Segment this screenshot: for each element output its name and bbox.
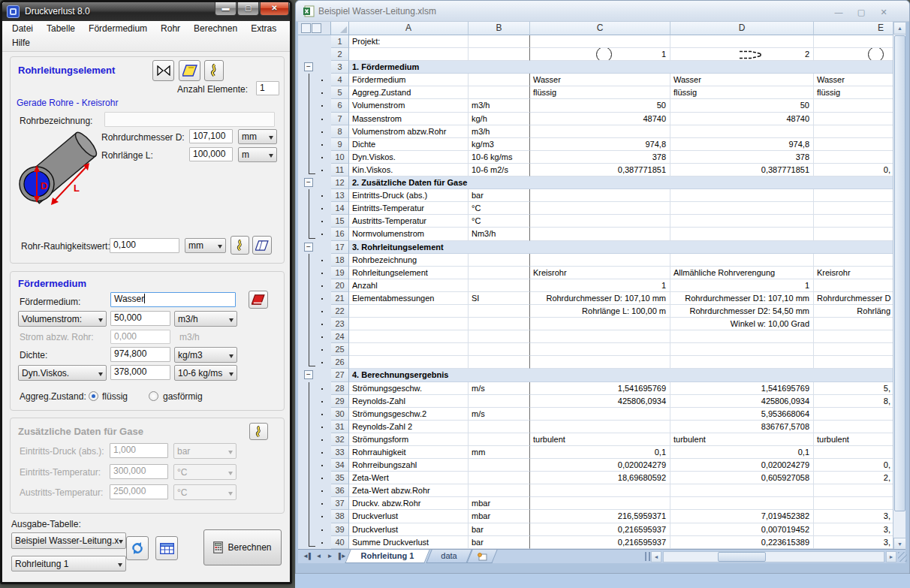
circle-shape[interactable] [596, 48, 612, 61]
row-header-27[interactable]: 27 [331, 369, 349, 381]
cell-C29[interactable]: 425806,0934 [530, 395, 670, 408]
viskos-combo[interactable]: Dyn.Viskos. [18, 365, 107, 381]
cell-A22[interactable] [349, 305, 469, 318]
menu-item-berechnen[interactable]: Berechnen [187, 21, 244, 35]
cell-C25[interactable] [530, 343, 670, 356]
prev-sheet-icon[interactable]: ◄ [314, 551, 324, 562]
cell-B15[interactable]: °C [469, 215, 530, 228]
resize-grip-icon[interactable] [898, 552, 907, 562]
cell-D2[interactable]: 2 [670, 48, 814, 61]
menu-item-tabelle[interactable]: Tabelle [40, 21, 82, 35]
cell-C7[interactable]: 48740 [530, 113, 670, 125]
cell-A34[interactable]: Rohrreibungszahl [349, 459, 469, 472]
horizontal-scrollbar[interactable] [663, 551, 884, 562]
ausgabe-tabelle-combo[interactable]: Beispiel Wasser-Leitung.x [11, 532, 126, 549]
cell-C4[interactable]: Wasser [530, 74, 670, 86]
row-header-36[interactable]: 36 [331, 484, 349, 497]
cell-C9[interactable]: 974,8 [530, 138, 670, 151]
radio-fluessig-label[interactable]: flüssig [102, 391, 128, 402]
cell-A24[interactable] [349, 330, 469, 343]
cell-A19[interactable]: Rohrleitungselement [349, 267, 469, 279]
rohrbezeichnung-input[interactable] [104, 112, 275, 127]
cell-C10[interactable]: 378 [530, 151, 670, 164]
cell-A40[interactable]: Summe Druckverlust [349, 536, 469, 549]
scroll-up-icon[interactable]: ▲ [893, 22, 906, 35]
cell-E1[interactable] [814, 35, 895, 48]
anzahl-elemente-input[interactable]: 1 [256, 81, 279, 95]
excel-close-button[interactable]: ✕ [874, 7, 893, 18]
section-row-title[interactable]: 1. Fördermedium [349, 61, 895, 74]
cell-C2[interactable]: 1 [530, 48, 670, 61]
row-header-25[interactable]: 25 [331, 343, 349, 356]
cell-B6[interactable]: m3/h [469, 99, 530, 112]
row-header-18[interactable]: 18 [331, 254, 349, 267]
cell-D6[interactable]: 50 [670, 99, 814, 112]
cell-D23[interactable]: Winkel w: 10,00 Grad [670, 318, 814, 330]
cell-B7[interactable]: kg/h [469, 113, 530, 125]
cell-D32[interactable]: turbulent [670, 433, 814, 446]
cell-E25[interactable] [814, 343, 895, 356]
rauhigkeit-lookup-button[interactable] [252, 236, 272, 255]
cell-E35[interactable]: 2, [814, 472, 895, 484]
cell-D15[interactable] [670, 215, 814, 228]
cell-E11[interactable]: 0, [814, 164, 895, 176]
last-sheet-icon[interactable]: ▐► [336, 551, 346, 562]
cell-A29[interactable]: Reynolds-Zahl [349, 395, 469, 408]
menu-item-datei[interactable]: Datei [5, 21, 40, 35]
cell-E39[interactable]: 3, [814, 523, 895, 536]
cell-C19[interactable]: Kreisrohr [530, 267, 670, 279]
cell-A7[interactable]: Massenstrom [349, 113, 469, 125]
cell-E2[interactable] [814, 48, 895, 61]
cell-B11[interactable]: 10-6 m2/s [469, 164, 530, 176]
row-header-9[interactable]: 9 [331, 138, 349, 151]
cell-B8[interactable]: m3/h [469, 125, 530, 138]
cell-B37[interactable]: mbar [469, 497, 530, 510]
cell-A15[interactable]: Austritts-Temperatur [349, 215, 469, 228]
cell-C15[interactable] [530, 215, 670, 228]
cell-A1[interactable]: Projekt: [349, 35, 469, 48]
menu-item-rohr[interactable]: Rohr [154, 21, 187, 35]
cell-D8[interactable] [670, 125, 814, 138]
column-header-B[interactable]: B [469, 22, 530, 35]
cell-B26[interactable] [469, 356, 530, 369]
cell-C40[interactable]: 0,216595937 [530, 536, 670, 549]
row-header-34[interactable]: 34 [331, 459, 349, 472]
cell-A35[interactable]: Zeta-Wert [349, 472, 469, 484]
select-all-corner[interactable] [331, 22, 349, 35]
row-header-26[interactable]: 26 [331, 356, 349, 369]
cell-D26[interactable] [670, 356, 814, 369]
cell-D36[interactable] [670, 484, 814, 497]
menu-item-hilfe[interactable]: Hilfe [5, 35, 37, 50]
cell-A13[interactable]: Eintritts-Druck (abs.) [349, 189, 469, 202]
cell-C11[interactable]: 0,387771851 [530, 164, 670, 176]
row-header-17[interactable]: 17 [331, 241, 349, 254]
cell-C14[interactable] [530, 202, 670, 215]
cell-A20[interactable]: Anzahl [349, 279, 469, 292]
berechnen-button[interactable]: Berechnen [203, 529, 282, 565]
maximize-button[interactable]: ▢ [237, 2, 259, 16]
cell-A39[interactable]: Druckverlust [349, 523, 469, 536]
cell-C38[interactable]: 216,5959371 [530, 510, 670, 523]
medium-database-button[interactable] [249, 291, 268, 309]
viskos-unit-combo[interactable]: 10-6 kg/ms [174, 365, 237, 381]
row-header-21[interactable]: 21 [331, 292, 349, 305]
row-header-28[interactable]: 28 [331, 382, 349, 395]
collapse-group-icon[interactable]: − [304, 370, 313, 379]
cell-B13[interactable]: bar [469, 189, 530, 202]
cell-C13[interactable] [530, 189, 670, 202]
cell-B24[interactable] [469, 330, 530, 343]
row-header-32[interactable]: 32 [331, 433, 349, 446]
cell-D39[interactable]: 0,007019452 [670, 523, 814, 536]
cell-C8[interactable] [530, 125, 670, 138]
cell-E36[interactable] [814, 484, 895, 497]
cell-A36[interactable]: Zeta-Wert abzw.Rohr [349, 484, 469, 497]
cell-D10[interactable]: 378 [670, 151, 814, 164]
row-header-20[interactable]: 20 [331, 279, 349, 292]
cell-B34[interactable] [469, 459, 530, 472]
cell-C28[interactable]: 1,541695769 [530, 382, 670, 395]
cell-B4[interactable] [469, 74, 530, 86]
section-row-title[interactable]: 2. Zusätzliche Daten für Gase [349, 176, 895, 189]
cell-C34[interactable]: 0,020024279 [530, 459, 670, 472]
cell-B2[interactable] [469, 48, 530, 61]
cell-E23[interactable] [814, 318, 895, 330]
